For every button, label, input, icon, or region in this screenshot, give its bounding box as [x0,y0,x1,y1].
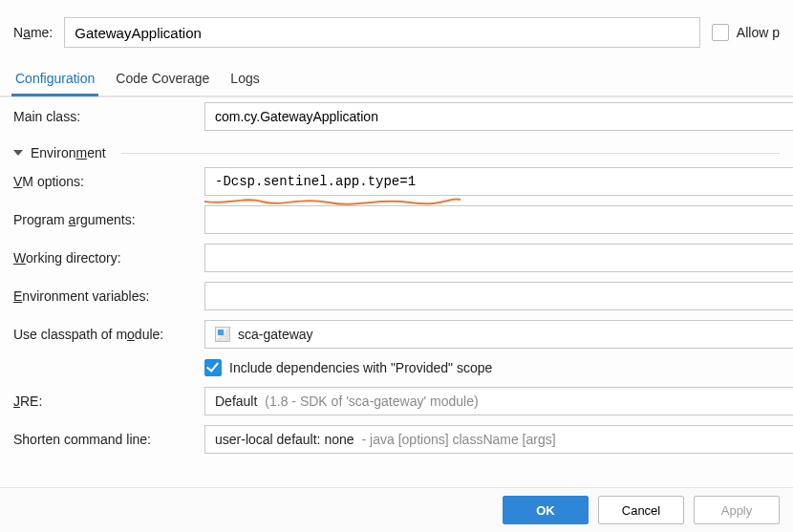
name-label: Name: [13,25,53,40]
chevron-down-icon [13,150,23,156]
vm-options-input[interactable] [204,167,793,196]
main-class-input[interactable] [204,102,793,131]
allow-checkbox[interactable] [712,24,729,41]
tab-logs[interactable]: Logs [228,71,261,96]
module-classpath-label: Use classpath of module: [13,327,204,342]
include-provided-checkbox[interactable] [204,359,222,376]
module-classpath-select[interactable]: sca-gateway [204,320,793,349]
main-class-label: Main class: [13,109,204,124]
dialog-button-bar: OK Cancel Apply [0,487,793,532]
apply-button[interactable]: Apply [694,496,780,524]
working-directory-input[interactable] [204,244,793,272]
jre-select[interactable]: Default (1.8 - SDK of 'sca-gateway' modu… [204,387,793,415]
cancel-button[interactable]: Cancel [598,496,684,524]
tab-code-coverage[interactable]: Code Coverage [114,71,211,96]
name-input[interactable] [64,17,700,48]
tabs-bar: Configuration Code Coverage Logs [0,61,793,96]
tab-configuration[interactable]: Configuration [13,71,96,96]
working-directory-label: Working directory: [13,250,204,266]
jre-value-detail: (1.8 - SDK of 'sca-gateway' module) [265,394,478,409]
shorten-cmd-label: Shorten command line: [13,432,204,447]
module-icon [215,327,230,342]
include-provided-label: Include dependencies with "Provided" sco… [229,360,492,375]
program-arguments-label: Program arguments: [13,212,204,227]
section-divider [121,153,780,154]
ok-button[interactable]: OK [503,496,589,524]
shorten-cmd-select[interactable]: user-local default: none - java [options… [204,425,793,454]
jre-label: JRE: [13,394,204,409]
vm-options-label: VM options: [13,174,204,189]
jre-value-prefix: Default [215,394,257,409]
shorten-cmd-value-prefix: user-local default: none [215,432,354,447]
shorten-cmd-value-detail: - java [options] className [args] [362,432,556,447]
environment-section-header[interactable]: Environment [0,136,793,162]
program-arguments-input[interactable] [204,205,793,234]
module-classpath-value: sca-gateway [238,327,313,342]
env-variables-input[interactable] [204,282,793,310]
allow-label: Allow p [737,25,780,40]
env-variables-label: Environment variables: [13,288,204,304]
